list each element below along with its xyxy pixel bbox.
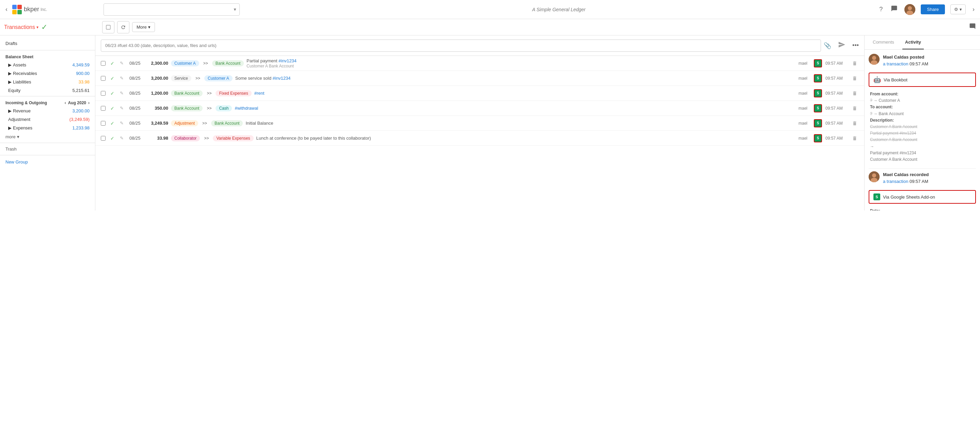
- transaction-input[interactable]: [101, 40, 821, 52]
- new-group-button[interactable]: New Group: [0, 157, 95, 167]
- transactions-label[interactable]: Transactions ▾: [4, 24, 38, 30]
- svg-point-9: [872, 56, 876, 60]
- activity-link-1[interactable]: a transaction: [883, 61, 908, 66]
- row-checkbox-2[interactable]: [101, 76, 108, 81]
- app-title: A Simple General Ledger: [244, 7, 874, 12]
- row-edit-4[interactable]: ✎: [120, 105, 127, 111]
- tab-activity[interactable]: Activity: [902, 35, 924, 49]
- row-from-2[interactable]: Service: [171, 75, 191, 81]
- row-from-3[interactable]: Bank Account: [171, 90, 203, 96]
- search-dropdown-icon[interactable]: ▼: [233, 7, 237, 12]
- back-button[interactable]: ‹: [4, 5, 9, 14]
- row-from-4[interactable]: Bank Account: [171, 105, 203, 112]
- expand-revenue-icon: ▶: [8, 108, 11, 113]
- detail-from-account: From account: ? → Customer A: [870, 91, 976, 104]
- sidebar-item-revenue[interactable]: ▶ Revenue 3,200.00: [0, 107, 95, 115]
- activity-link-2[interactable]: a transaction: [883, 179, 908, 184]
- next-period-button[interactable]: ›: [88, 100, 89, 105]
- search-input[interactable]: [103, 3, 240, 16]
- row-delete-3[interactable]: [852, 91, 859, 96]
- sidebar-item-equity[interactable]: Equity 5,215.61: [0, 86, 95, 95]
- sidebar-item-adjustment[interactable]: Adjustment (3,249.59): [0, 115, 95, 124]
- row-checkbox-1[interactable]: [101, 61, 108, 66]
- chat-button[interactable]: [889, 4, 899, 15]
- share-button[interactable]: Share: [921, 5, 945, 14]
- prev-period-button[interactable]: ‹: [65, 100, 66, 105]
- sidebar-item-assets[interactable]: ▶ Assets 4,349.59: [0, 61, 95, 69]
- table-row: ✓ ✎ 08/25 350.00 Bank Account >> Cash #w…: [95, 101, 864, 116]
- row-link-4[interactable]: #withdrawal: [235, 105, 258, 111]
- row-link-3[interactable]: #rent: [255, 91, 264, 96]
- row-edit-1[interactable]: ✎: [120, 61, 127, 66]
- row-to-4[interactable]: Cash: [216, 105, 232, 112]
- refresh-button[interactable]: [117, 21, 129, 33]
- row-from-6[interactable]: Collaborator: [171, 135, 200, 141]
- row-sheets-4[interactable]: S: [813, 104, 822, 112]
- more-options-button[interactable]: •••: [852, 42, 859, 49]
- row-to-2[interactable]: Customer A: [204, 75, 232, 81]
- svg-point-12: [872, 173, 876, 177]
- row-sheets-1[interactable]: S: [813, 59, 822, 67]
- sidebar-item-trash[interactable]: Trash: [0, 144, 95, 154]
- main-layout: Drafts Balance Sheet ▶ Assets 4,349.59 ▶…: [0, 35, 980, 210]
- row-to-5[interactable]: Bank Account: [211, 120, 243, 126]
- select-all-button[interactable]: [102, 21, 115, 33]
- toolbar: Transactions ▾ ✓ More ▾: [0, 19, 980, 35]
- settings-button[interactable]: ⚙ ▾: [950, 5, 966, 14]
- svg-rect-7: [106, 25, 110, 29]
- top-bar: ‹ bkper Inc. ▼ A Simple General Ledger ?…: [0, 0, 980, 19]
- expand-panel-button[interactable]: ›: [971, 5, 976, 14]
- row-to-1[interactable]: Bank Account: [212, 60, 244, 66]
- row-delete-6[interactable]: [852, 136, 859, 141]
- comment-icon[interactable]: [969, 23, 976, 31]
- row-link-2[interactable]: #inv1234: [273, 76, 291, 81]
- row-delete-2[interactable]: [852, 76, 859, 81]
- row-delete-5[interactable]: [852, 121, 859, 126]
- row-edit-6[interactable]: ✎: [120, 136, 127, 141]
- row-sheets-3[interactable]: S: [813, 89, 822, 97]
- more-accounts-link[interactable]: more ▾: [0, 132, 95, 141]
- row-sheets-6[interactable]: S: [813, 134, 822, 142]
- row-delete-1[interactable]: [852, 61, 859, 66]
- more-button[interactable]: More ▾: [132, 22, 155, 32]
- sheets-icon: S: [873, 193, 880, 200]
- sidebar-item-liabilities[interactable]: ▶ Liabilities 33.98: [0, 78, 95, 86]
- tab-comments[interactable]: Comments: [870, 35, 897, 49]
- row-amount-5: 3,249.59: [145, 121, 168, 126]
- help-button[interactable]: ?: [878, 5, 884, 14]
- row-desc-6: Lunch at conference (to be payed later t…: [256, 136, 796, 141]
- send-button[interactable]: [834, 39, 850, 52]
- sidebar-item-expenses[interactable]: ▶ Expenses 1,233.98: [0, 124, 95, 132]
- row-edit-5[interactable]: ✎: [120, 121, 127, 126]
- row-checkbox-5[interactable]: [101, 121, 108, 126]
- check-button[interactable]: ✓: [41, 23, 47, 32]
- row-to-3[interactable]: Fixed Expenses: [216, 90, 251, 96]
- row-date-4: 08/25: [129, 105, 142, 111]
- row-sheets-5[interactable]: S: [813, 119, 822, 128]
- row-checkbox-6[interactable]: [101, 136, 108, 141]
- attach-button[interactable]: 📎: [824, 42, 831, 49]
- row-desc-3: #rent: [255, 91, 796, 96]
- row-checkbox-3[interactable]: [101, 91, 108, 96]
- sidebar-item-drafts[interactable]: Drafts: [0, 38, 95, 49]
- row-delete-4[interactable]: [852, 105, 859, 111]
- row-verify-5: ✓: [110, 121, 117, 126]
- row-link-1[interactable]: #inv1234: [278, 58, 297, 63]
- toolbar-left: Transactions ▾ ✓: [4, 23, 99, 32]
- sidebar-item-receivables[interactable]: ▶ Receivables 900.00: [0, 69, 95, 78]
- svg-rect-0: [12, 5, 17, 9]
- row-from-5[interactable]: Adjustment: [171, 120, 198, 126]
- row-time-2: 09:57 AM: [826, 76, 849, 81]
- row-verify-1: ✓: [110, 61, 117, 66]
- row-arrow-3: >>: [205, 91, 213, 96]
- row-from-1[interactable]: Customer A: [171, 60, 199, 66]
- row-checkbox-4[interactable]: [101, 106, 108, 111]
- row-sheets-2[interactable]: S: [813, 74, 822, 83]
- row-edit-3[interactable]: ✎: [120, 91, 127, 96]
- logo-text: bkper: [24, 6, 39, 13]
- svg-rect-3: [18, 10, 22, 14]
- row-arrow-4: >>: [205, 106, 213, 111]
- row-to-6[interactable]: Variable Expenses: [213, 135, 253, 141]
- row-edit-2[interactable]: ✎: [120, 76, 127, 81]
- row-arrow-5: >>: [201, 121, 208, 126]
